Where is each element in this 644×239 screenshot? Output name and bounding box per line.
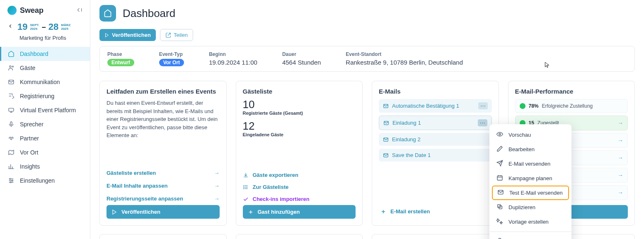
type-label: Event-Typ <box>159 51 184 57</box>
email-actions-icon[interactable]: ⋯ <box>478 119 487 126</box>
dd-vorlage[interactable]: Vorlage erstellen <box>489 215 571 229</box>
export-label: Gäste exportieren <box>253 172 299 178</box>
nav-label: Partner <box>20 135 39 142</box>
begin-value: 19.09.2024 11:00 <box>209 59 257 66</box>
link-gaesteliste-erstellen[interactable]: Gästeliste erstellen → <box>107 167 220 179</box>
phase-badge: Entwurf <box>107 59 134 66</box>
nav-vorort[interactable]: Vor Ort <box>0 145 90 159</box>
dd-vorschau[interactable]: Vorschau <box>489 128 571 142</box>
nav-kommunikation[interactable]: Kommunikation <box>0 75 90 89</box>
calendar-icon <box>496 174 504 182</box>
nav-registrierung[interactable]: Registrierung <box>0 89 90 103</box>
link-email-anpassen[interactable]: E-Mail Inhalte anpassen → <box>107 179 220 192</box>
chart-icon <box>7 163 15 170</box>
invited-label: Eingeladene Gäste <box>243 132 356 137</box>
date-range-dash: – <box>42 23 46 31</box>
create-email-button[interactable]: E-Mail erstellen <box>379 204 492 219</box>
mail-out-icon <box>497 189 504 197</box>
home-icon <box>7 51 15 57</box>
dd-label: Bearbeiten <box>508 146 535 152</box>
begin-label: Beginn <box>209 51 257 57</box>
sidebar: Sweap 19 SEPT. 2024 – 28 MÄRZ 2025 Marke… <box>0 0 90 239</box>
main-nav: Dashboard Gäste Kommunikation Registrier… <box>0 47 90 188</box>
email-item-einladung-2[interactable]: Einladung 2 <box>379 133 492 146</box>
location-icon <box>7 149 15 156</box>
email-label: Einladung 2 <box>392 136 421 142</box>
svg-point-5 <box>10 179 11 180</box>
gaesteliste-title: Gästeliste <box>243 88 356 95</box>
nav-insights[interactable]: Insights <box>0 159 90 174</box>
publish-label: Veröffentlichen <box>112 32 151 38</box>
dd-loeschen[interactable]: Löschen <box>489 234 571 239</box>
share-button[interactable]: Teilen <box>160 29 193 41</box>
svg-point-0 <box>10 66 11 68</box>
event-header: 19 SEPT. 2024 – 28 MÄRZ 2025 <box>0 18 90 33</box>
nav-partner[interactable]: Partner <box>0 131 90 145</box>
export-guests[interactable]: Gäste exportieren <box>243 169 356 181</box>
email-label: Automatische Bestätigung 1 <box>392 103 459 109</box>
dd-label: Kampagne planen <box>508 175 552 181</box>
info-bar: Phase Entwurf Event-Typ Vor Ort Beginn 1… <box>99 46 635 72</box>
to-guestlist[interactable]: Zur Gästeliste <box>243 181 356 193</box>
dd-kampagne-planen[interactable]: Kampagne planen <box>489 171 571 186</box>
email-label: Einladung 1 <box>392 120 421 126</box>
leitfaden-text: Du hast einen Event-Entwurf erstellt, de… <box>107 99 220 140</box>
nav-label: Vor Ort <box>20 149 38 156</box>
phase-label: Phase <box>107 51 134 57</box>
checkins-label: Check-ins importieren <box>253 196 310 202</box>
link-registrierung-anpassen[interactable]: Registrierungsseite anpassen → <box>107 192 220 205</box>
ort-label: Event-Standort <box>346 51 463 57</box>
dd-test-email[interactable]: Test E-Mail versenden <box>492 186 569 200</box>
registered-label: Registrierte Gäste (Gesamt) <box>243 111 356 116</box>
dd-duplizieren[interactable]: Duplizieren <box>489 200 571 215</box>
publish-button[interactable]: Veröffentlichen <box>99 29 156 41</box>
nav-gaeste[interactable]: Gäste <box>0 61 90 75</box>
nav-sprecher[interactable]: Sprecher <box>0 117 90 131</box>
leitfaden-publish-button[interactable]: Veröffentlichen <box>107 205 220 219</box>
dd-label: Vorlage erstellen <box>508 219 549 225</box>
card-partner: Partner <box>372 234 499 239</box>
back-chevron-icon[interactable] <box>7 23 13 31</box>
dauer-label: Dauer <box>282 51 321 57</box>
nav-einstellungen[interactable]: Einstellungen <box>0 174 90 188</box>
email-item-save-the-date[interactable]: Save the Date 1 <box>379 149 492 162</box>
ort-value: Rankestraße 9, 10789 Berlin, Deutschland <box>346 59 463 66</box>
date-start-num: 19 <box>17 22 27 32</box>
arrow-icon: → <box>214 170 220 176</box>
sliders-icon <box>7 177 15 184</box>
clipboard-icon <box>7 93 15 99</box>
nav-dashboard[interactable]: Dashboard <box>0 47 90 61</box>
date-end-year: 2025 <box>61 27 70 31</box>
nav-virtual[interactable]: Virtual Event Platform <box>0 103 90 117</box>
brand-logo <box>7 6 17 15</box>
page-icon <box>99 5 116 22</box>
add-guest-label: Gast hinzufügen <box>258 209 300 215</box>
copy-icon <box>496 203 504 211</box>
arrow-icon: → <box>617 189 623 196</box>
email-item-einladung-1[interactable]: Einladung 1 ⋯ <box>379 116 492 130</box>
email-actions-dropdown: Vorschau Bearbeiten E-Mail versenden Kam… <box>489 124 571 239</box>
email-actions-icon[interactable]: ⋯ <box>478 102 488 109</box>
email-label: Save the Date 1 <box>392 152 431 158</box>
import-checkins[interactable]: Check-ins importieren <box>243 193 356 205</box>
svg-rect-3 <box>9 108 14 111</box>
perf-pct: 78% <box>529 103 539 109</box>
card-vep: Virtual Event Platform <box>99 234 227 239</box>
dd-bearbeiten[interactable]: Bearbeiten <box>489 142 571 157</box>
add-guest-button[interactable]: Gast hinzufügen <box>243 205 356 219</box>
date-end-num: 28 <box>48 22 58 32</box>
registered-count: 10 <box>243 99 356 110</box>
dd-email-senden[interactable]: E-Mail versenden <box>489 157 571 171</box>
type-badge: Vor Ort <box>159 59 184 66</box>
card-gaesteliste: Gästeliste 10 Registrierte Gäste (Gesamt… <box>236 81 363 226</box>
sidebar-collapse-icon[interactable] <box>77 7 82 14</box>
svg-rect-25 <box>497 176 502 180</box>
page-title: Dashboard <box>123 7 175 20</box>
email-item-auto-bestaetigung[interactable]: Automatische Bestätigung 1 ⋯ <box>379 99 492 113</box>
nav-label: Einstellungen <box>20 177 55 184</box>
magic-icon <box>496 218 504 226</box>
date-start-year: 2024 <box>30 27 39 31</box>
perf-row-zustellung[interactable]: 78%Erfolgreiche Zustellung <box>515 99 628 113</box>
svg-rect-4 <box>10 122 12 125</box>
leitfaden-title: Leitfaden zum Erstellen eines Events <box>107 88 220 95</box>
